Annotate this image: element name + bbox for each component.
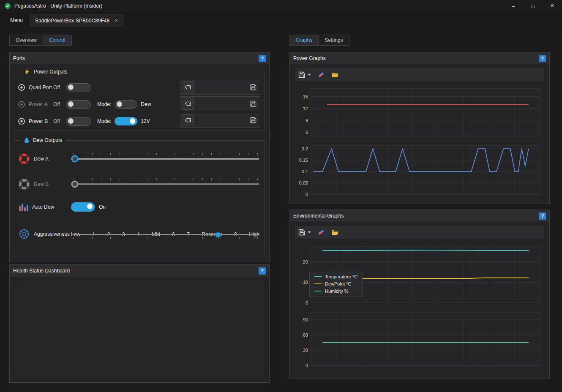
tab-settings[interactable]: Settings <box>319 35 349 46</box>
open-graph-button[interactable] <box>331 72 338 78</box>
legend-entry: DewPoint °C <box>314 281 357 286</box>
power-graphs-help-button[interactable]: ? <box>539 55 546 62</box>
window-controls: – □ × <box>504 0 562 12</box>
dew-a-slider-handle[interactable] <box>71 155 78 163</box>
slider-tick <box>166 178 166 180</box>
ports-help-button[interactable]: ? <box>259 55 266 62</box>
power-b-state: Off <box>53 118 63 124</box>
clear-graph-button[interactable] <box>318 229 325 236</box>
dew-b-slider-track[interactable] <box>71 183 259 185</box>
svg-text:0: 0 <box>306 192 308 197</box>
device-tab[interactable]: SaddlePowerBox-SPB00C89F48 × <box>30 14 123 27</box>
power-outputs-legend: Power Outputs <box>20 68 71 75</box>
close-button[interactable]: × <box>543 0 562 12</box>
power-outputs-title: Power Outputs <box>34 69 67 75</box>
port-rename-boxes <box>180 80 260 131</box>
environmental-graphs-help-button[interactable]: ? <box>539 212 546 220</box>
save-port-name-icon[interactable] <box>250 101 256 107</box>
svg-text:12: 12 <box>303 106 308 111</box>
save-graph-button[interactable] <box>298 229 311 236</box>
dew-a-slider-track[interactable] <box>71 158 259 160</box>
pegasus-logo-icon <box>4 3 11 9</box>
dew-a-slider[interactable] <box>71 152 259 166</box>
auto-dew-state: On <box>99 204 106 210</box>
tab-overview[interactable]: Overview <box>9 35 43 46</box>
quad-port-rename-box <box>180 80 260 95</box>
power-b-name-input[interactable] <box>197 117 250 124</box>
dew-b-slider-handle[interactable] <box>71 181 78 188</box>
aggressiveness-slider-handle[interactable] <box>215 232 221 238</box>
quad-port-toggle[interactable] <box>66 83 91 92</box>
voltage-chart: 691215 <box>295 85 544 139</box>
save-port-name-icon[interactable] <box>250 117 256 123</box>
power-rows: Quad Port Off Power A Off Mo <box>18 79 180 131</box>
slider-tick <box>92 237 93 239</box>
quad-port-state: Off <box>53 84 63 90</box>
power-b-row: Power B Off Mode: 12V <box>18 113 180 130</box>
auto-dew-toggle[interactable] <box>71 202 95 212</box>
menu-button[interactable]: Menu <box>3 14 30 27</box>
slider-tick <box>156 178 157 180</box>
power-a-name-input[interactable] <box>197 101 250 107</box>
auto-dew-bars-icon <box>18 202 29 212</box>
tab-graphs[interactable]: Graphs <box>289 35 319 46</box>
slider-tick <box>138 178 138 180</box>
minimize-button[interactable]: – <box>504 0 523 12</box>
quad-port-name-input[interactable] <box>197 84 250 91</box>
quad-port-row: Quad Port Off <box>18 79 180 96</box>
power-a-rename-box <box>180 96 260 111</box>
slider-tick <box>83 153 83 155</box>
menubar: Menu SaddlePowerBox-SPB00C89F48 × <box>0 12 562 27</box>
ports-panel: Ports ? Power Outputs <box>9 52 270 262</box>
aggressiveness-slider-track[interactable] <box>71 234 259 235</box>
save-graph-button[interactable] <box>298 71 311 78</box>
open-graph-button[interactable] <box>331 229 338 236</box>
slider-tick <box>110 237 111 239</box>
environmental-graphs-title: Environmental Graphs <box>293 213 344 219</box>
slider-tick <box>175 153 175 155</box>
tab-control[interactable]: Control <box>43 35 72 46</box>
slider-tick <box>202 178 203 180</box>
chart-svg: 691215 <box>295 85 544 139</box>
rename-tag-icon[interactable] <box>182 81 194 93</box>
slider-tick <box>221 237 221 239</box>
power-a-toggle[interactable] <box>66 100 91 109</box>
power-graphs-title: Power Graphs <box>293 55 326 61</box>
maximize-button[interactable]: □ <box>523 0 543 12</box>
slider-tick <box>193 178 194 180</box>
current-chart: 00.050.10.150.2 <box>295 142 544 198</box>
rename-tag-icon[interactable] <box>182 98 194 110</box>
slider-tick <box>193 153 194 155</box>
save-dropdown-caret-icon[interactable] <box>308 74 311 76</box>
svg-text:20: 20 <box>303 259 308 264</box>
dew-b-slider[interactable] <box>71 177 259 191</box>
slider-tick <box>239 153 240 155</box>
temperature-dewpoint-chart: 01020Temperature °CDewPoint °CHumidity % <box>295 243 544 306</box>
humidity-chart: 0306090 <box>295 309 544 369</box>
power-b-mode-toggle[interactable] <box>115 117 137 125</box>
environmental-graphs-header: Environmental Graphs ? <box>290 210 549 222</box>
save-dropdown-caret-icon[interactable] <box>308 231 311 233</box>
slider-tick <box>211 153 212 155</box>
legend-entry: Temperature °C <box>314 274 357 279</box>
power-a-mode-toggle[interactable] <box>115 100 137 109</box>
device-tab-close-icon[interactable]: × <box>115 17 118 24</box>
slider-tick <box>83 178 83 180</box>
slider-tick <box>221 153 221 155</box>
rename-tag-icon[interactable] <box>182 114 194 126</box>
slider-tick <box>110 178 111 180</box>
power-b-toggle[interactable] <box>66 117 91 126</box>
power-a-target-icon <box>18 101 25 108</box>
clear-graph-button[interactable] <box>318 71 325 78</box>
slider-tick <box>74 153 74 155</box>
slider-tick <box>92 153 93 155</box>
slider-tick <box>248 153 248 155</box>
environmental-graph-toolbar <box>295 226 544 239</box>
health-help-button[interactable]: ? <box>259 267 266 275</box>
dew-outputs-legend: Dew Outputs <box>20 137 65 144</box>
slider-tick <box>101 178 101 180</box>
svg-text:0.1: 0.1 <box>302 169 308 174</box>
left-tabstrip: Overview Control <box>9 35 270 46</box>
save-port-name-icon[interactable] <box>250 84 256 90</box>
power-a-row: Power A Off Mode: Dew <box>18 96 180 113</box>
